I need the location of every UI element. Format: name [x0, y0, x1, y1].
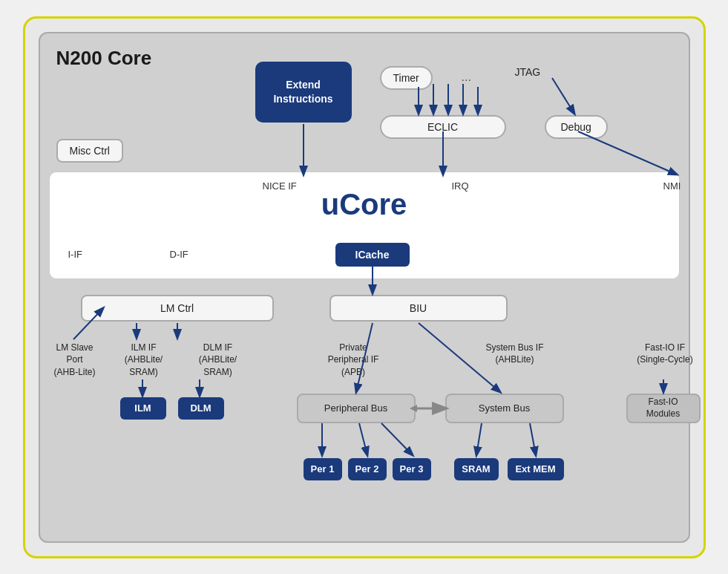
lm-slave-label: LM Slave Port (AHB-Lite): [49, 342, 101, 379]
peripheral-bus-box: Peripheral Bus: [297, 394, 416, 423]
biu-box: BIU: [329, 295, 508, 322]
dlm-button[interactable]: DLM: [178, 397, 224, 420]
svg-line-20: [381, 423, 413, 455]
misc-ctrl-box: Misc Ctrl: [56, 139, 123, 163]
system-bus-if-label: System Bus IF (AHBLite): [478, 342, 552, 367]
nmi-label: NMI: [663, 180, 681, 192]
icache-button[interactable]: ICache: [335, 243, 410, 267]
ilm-if-label: ILM IF (AHBLite/ SRAM): [114, 342, 174, 379]
svg-line-21: [476, 423, 482, 455]
system-bus-box: System Bus: [445, 394, 564, 423]
i-if-label: I-IF: [68, 249, 83, 260]
dots-label: ...: [462, 71, 471, 84]
svg-line-6: [552, 78, 574, 114]
fast-io-if-label: Fast-IO IF (Single-Cycle): [634, 342, 697, 367]
ext-mem-button[interactable]: Ext MEM: [508, 458, 564, 480]
fast-io-modules-box: Fast-IO Modules: [626, 394, 701, 423]
ucore-title: uCore: [40, 188, 689, 221]
jtag-label: JTAG: [515, 66, 541, 78]
private-peripheral-label: Private Peripheral IF (APB): [318, 342, 389, 379]
lm-ctrl-box: LM Ctrl: [81, 295, 274, 322]
timer-box: Timer: [380, 66, 433, 90]
debug-box: Debug: [545, 115, 608, 139]
eclic-box: ECLIC: [380, 115, 506, 139]
d-if-label: D-IF: [170, 249, 188, 260]
irq-label: IRQ: [452, 180, 469, 192]
dlm-if-label: DLM IF (AHBLite/ SRAM): [188, 342, 248, 379]
ilm-button[interactable]: ILM: [120, 397, 166, 420]
extend-instructions-button[interactable]: Extend Instructions: [255, 62, 352, 123]
per1-button[interactable]: Per 1: [304, 458, 342, 480]
nice-if-label: NICE IF: [263, 180, 297, 192]
per3-button[interactable]: Per 3: [393, 458, 431, 480]
svg-line-19: [359, 423, 367, 455]
outer-border: N200 Core Extend Instructions Timer ... …: [23, 16, 706, 558]
inner-box: N200 Core Extend Instructions Timer ... …: [39, 32, 690, 543]
svg-line-22: [530, 423, 536, 455]
per2-button[interactable]: Per 2: [348, 458, 387, 480]
sram-button[interactable]: SRAM: [454, 458, 499, 480]
n200-title: N200 Core: [56, 47, 152, 70]
